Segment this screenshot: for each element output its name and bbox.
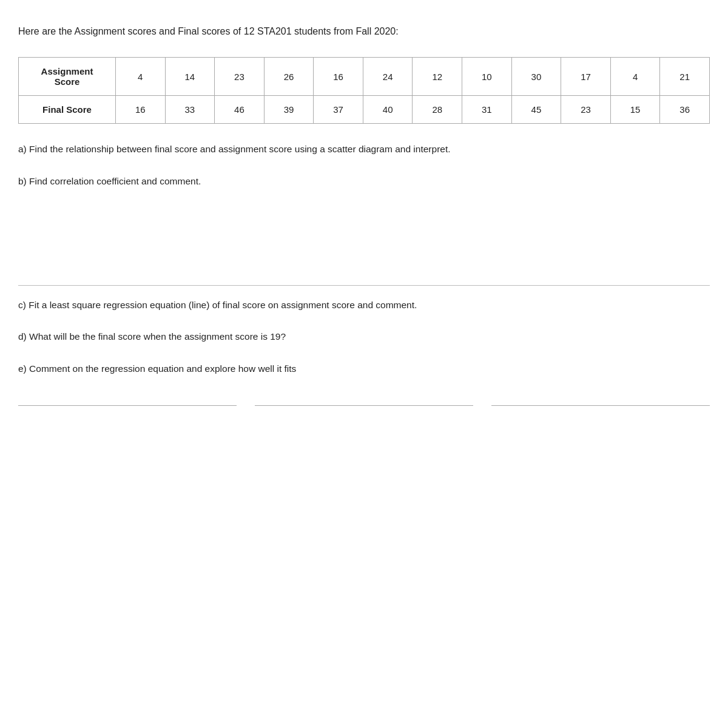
question-c: c) Fit a least square regression equatio… xyxy=(18,298,710,313)
assignment-val-5: 16 xyxy=(314,58,363,96)
assignment-val-10: 17 xyxy=(561,58,611,96)
assignment-val-8: 10 xyxy=(462,58,512,96)
assignment-score-label: Assignment Score xyxy=(19,58,116,96)
final-val-3: 46 xyxy=(215,96,265,124)
final-val-9: 45 xyxy=(511,96,561,124)
answer-line-2 xyxy=(255,394,473,406)
question-a: a) Find the relationship between final s… xyxy=(18,142,710,157)
question-e: e) Comment on the regression equation an… xyxy=(18,362,710,377)
question-d: d) What will be the final score when the… xyxy=(18,329,710,345)
data-table: Assignment Score 4 14 23 26 16 24 12 10 … xyxy=(18,57,710,124)
answer-line-3 xyxy=(491,394,710,406)
final-score-label: Final Score xyxy=(19,96,116,124)
table-row-final: Final Score 16 33 46 39 37 40 28 31 45 2… xyxy=(19,96,710,124)
assignment-val-12: 21 xyxy=(660,58,710,96)
assignment-val-2: 14 xyxy=(165,58,215,96)
assignment-val-4: 26 xyxy=(264,58,314,96)
intro-paragraph: Here are the Assignment scores and Final… xyxy=(18,24,710,39)
final-val-1: 16 xyxy=(116,96,166,124)
final-val-6: 40 xyxy=(363,96,413,124)
assignment-val-6: 24 xyxy=(363,58,413,96)
final-val-5: 37 xyxy=(314,96,363,124)
answer-line-1 xyxy=(18,394,237,406)
assignment-val-7: 12 xyxy=(413,58,462,96)
table-row-assignment: Assignment Score 4 14 23 26 16 24 12 10 … xyxy=(19,58,710,96)
final-val-11: 15 xyxy=(610,96,660,124)
assignment-val-1: 4 xyxy=(116,58,166,96)
assignment-val-9: 30 xyxy=(511,58,561,96)
final-val-10: 23 xyxy=(561,96,611,124)
final-val-4: 39 xyxy=(264,96,314,124)
final-val-7: 28 xyxy=(413,96,462,124)
final-val-12: 36 xyxy=(660,96,710,124)
assignment-val-11: 4 xyxy=(610,58,660,96)
final-val-2: 33 xyxy=(165,96,215,124)
final-val-8: 31 xyxy=(462,96,512,124)
answer-lines xyxy=(18,394,710,406)
question-b: b) Find correlation coefficient and comm… xyxy=(18,174,710,189)
assignment-val-3: 23 xyxy=(215,58,265,96)
